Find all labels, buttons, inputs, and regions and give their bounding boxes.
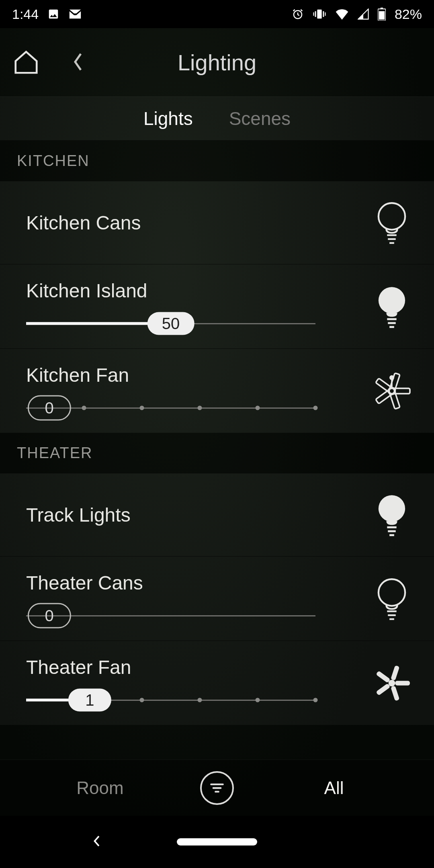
row-theater-fan[interactable]: Theater Fan 1 (0, 641, 434, 725)
image-icon (47, 8, 59, 20)
system-back-icon[interactable] (90, 835, 102, 849)
tab-lights[interactable]: Lights (143, 108, 193, 129)
svg-rect-3 (323, 11, 324, 17)
slider-thumb[interactable]: 50 (147, 312, 194, 335)
wifi-icon (335, 8, 349, 20)
fan-icon[interactable] (370, 663, 414, 703)
svg-rect-35 (391, 686, 399, 701)
app-header: Lighting (0, 28, 434, 96)
svg-rect-24 (395, 388, 410, 393)
svg-rect-36 (376, 683, 391, 696)
svg-point-33 (389, 680, 395, 686)
battery-icon (378, 8, 386, 20)
mail-icon (68, 8, 82, 20)
svg-rect-38 (391, 665, 399, 680)
section-theater: THEATER (0, 433, 434, 473)
row-label: Kitchen Fan (26, 364, 370, 386)
cell-signal-icon (358, 8, 369, 20)
row-label: Kitchen Island (26, 280, 370, 302)
tab-scenes[interactable]: Scenes (229, 108, 291, 129)
bulb-icon[interactable] (370, 201, 414, 245)
svg-rect-21 (376, 391, 391, 403)
slider-thumb[interactable]: 0 (27, 603, 71, 628)
row-label: Track Lights (26, 504, 370, 526)
status-time: 1:44 (12, 6, 39, 22)
svg-rect-34 (395, 681, 410, 686)
lights-list: KITCHEN Kitchen Cans Kitchen Island (0, 141, 434, 760)
slider-thumb[interactable]: 1 (68, 689, 111, 712)
svg-rect-5 (325, 12, 326, 16)
svg-rect-37 (376, 670, 391, 683)
filter-all[interactable]: All (234, 778, 434, 798)
row-theater-cans[interactable]: Theater Cans 0 (0, 556, 434, 641)
page-title: Lighting (0, 49, 434, 76)
home-icon[interactable] (12, 48, 40, 76)
svg-point-25 (379, 495, 405, 522)
row-kitchen-fan[interactable]: Kitchen Fan 0 (0, 348, 434, 433)
svg-rect-7 (379, 11, 385, 20)
brightness-slider[interactable]: 50 (26, 314, 315, 333)
row-label: Theater Cans (26, 572, 370, 594)
row-kitchen-cans[interactable]: Kitchen Cans (0, 181, 434, 264)
fan-speed-slider[interactable]: 1 (26, 690, 315, 710)
slider-thumb[interactable]: 0 (27, 395, 71, 421)
fan-speed-slider[interactable]: 0 (26, 398, 315, 418)
bulb-icon[interactable] (370, 577, 414, 621)
status-bar: 1:44 82% (0, 0, 434, 28)
row-track-lights[interactable]: Track Lights (0, 473, 434, 556)
svg-rect-20 (390, 393, 400, 409)
system-nav-bar (0, 816, 434, 868)
svg-point-9 (379, 203, 405, 229)
tab-bar: Lights Scenes (0, 96, 434, 141)
svg-point-29 (379, 579, 405, 606)
svg-rect-2 (315, 11, 316, 17)
bottom-filter-bar: Room All (0, 760, 434, 816)
svg-rect-4 (313, 12, 314, 16)
filter-button[interactable] (200, 771, 234, 805)
section-kitchen: KITCHEN (0, 141, 434, 181)
bulb-icon[interactable] (370, 285, 414, 329)
row-label: Theater Fan (26, 656, 370, 678)
bulb-icon[interactable] (370, 493, 414, 537)
svg-rect-8 (381, 8, 383, 9)
filter-room[interactable]: Room (0, 778, 200, 798)
status-battery-pct: 82% (395, 6, 422, 22)
brightness-slider[interactable]: 0 (26, 606, 315, 625)
fan-icon[interactable] (370, 371, 414, 411)
alarm-icon (292, 8, 304, 20)
svg-rect-1 (317, 10, 321, 19)
svg-rect-22 (376, 378, 391, 391)
row-label: Kitchen Cans (26, 212, 370, 234)
row-kitchen-island[interactable]: Kitchen Island 50 (0, 264, 434, 348)
svg-point-13 (379, 287, 405, 313)
system-home-pill[interactable] (177, 838, 257, 845)
vibrate-icon (313, 8, 326, 20)
back-icon[interactable] (72, 52, 84, 72)
